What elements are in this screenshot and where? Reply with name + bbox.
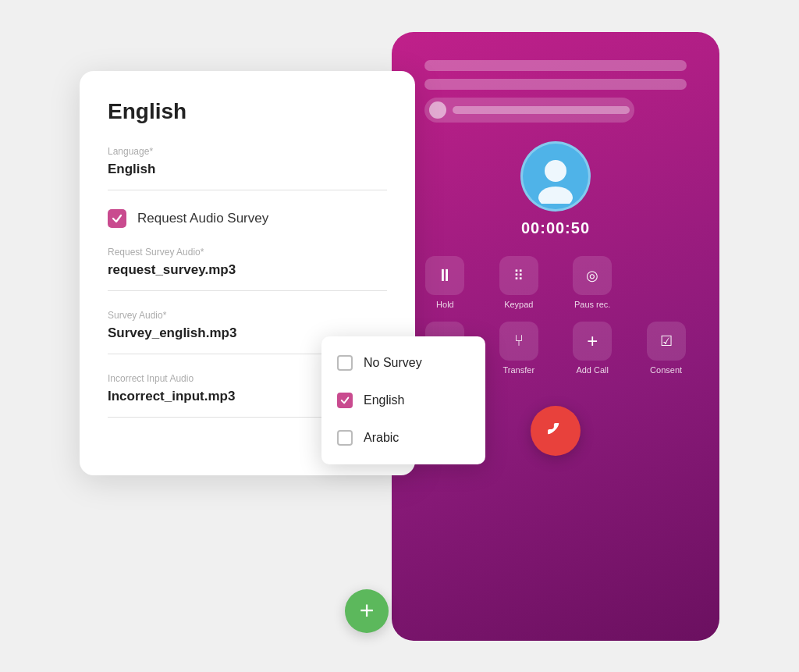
svg-point-1: [538, 187, 573, 204]
search-bar-1: [424, 60, 687, 71]
add-call-icon: +: [573, 322, 612, 361]
dropdown-item-english[interactable]: English: [321, 382, 485, 419]
call-timer: 00:00:50: [521, 219, 590, 237]
pause-rec-icon: ◎: [573, 256, 612, 295]
transfer-icon: ⑂: [499, 322, 538, 361]
request-audio-survey-label: Request Audio Survey: [137, 211, 268, 226]
language-label: Language*: [108, 146, 387, 157]
hold-button[interactable]: ⏸ Hold: [411, 256, 478, 309]
add-button[interactable]: +: [345, 589, 389, 633]
add-call-button[interactable]: + Add Call: [559, 322, 626, 375]
consent-icon: ☑: [647, 322, 686, 361]
keypad-button[interactable]: ⠿ Keypad: [485, 256, 552, 309]
svg-point-0: [545, 160, 566, 182]
request-audio-survey-row[interactable]: Request Audio Survey: [108, 209, 387, 228]
search-bars-area: [424, 60, 687, 123]
request-audio-survey-checkbox[interactable]: [108, 209, 126, 228]
keypad-icon: ⠿: [499, 256, 538, 295]
english-label: English: [364, 393, 404, 407]
contact-avatar: [520, 141, 591, 212]
hold-label: Hold: [436, 300, 454, 309]
call-buttons-row1: ⏸ Hold ⠿ Keypad ◎ Paus rec.: [411, 256, 700, 309]
survey-language-dropdown: No Survey English Arabic: [321, 336, 485, 464]
request-survey-value: request_survey.mp3: [108, 262, 387, 278]
search-bar-2: [424, 79, 687, 90]
card-title: English: [108, 99, 387, 124]
arabic-checkbox[interactable]: [337, 430, 353, 446]
consent-label: Consent: [650, 365, 682, 375]
english-checkbox[interactable]: [337, 393, 353, 408]
transfer-label: Transfer: [503, 365, 535, 375]
pause-rec-label: Paus rec.: [574, 300, 610, 309]
plus-icon: +: [360, 598, 375, 623]
toggle-line: [453, 106, 630, 114]
dropdown-item-arabic[interactable]: Arabic: [321, 419, 485, 457]
toggle-bar[interactable]: [424, 98, 634, 123]
request-survey-label: Request Survey Audio*: [108, 247, 387, 258]
toggle-knob: [429, 101, 446, 119]
pause-rec-button[interactable]: ◎ Paus rec.: [559, 256, 626, 309]
end-call-button[interactable]: [531, 406, 581, 456]
request-survey-field: Request Survey Audio* request_survey.mp3: [108, 247, 387, 291]
keypad-label: Keypad: [504, 300, 533, 309]
arabic-label: Arabic: [364, 431, 399, 445]
no-survey-label: No Survey: [364, 356, 422, 370]
survey-audio-label: Survey Audio*: [108, 310, 387, 321]
hold-icon: ⏸: [425, 256, 464, 295]
dropdown-item-no-survey[interactable]: No Survey: [321, 344, 485, 382]
end-call-icon: [545, 420, 566, 442]
no-survey-checkbox[interactable]: [337, 355, 353, 371]
transfer-button[interactable]: ⑂ Transfer: [485, 322, 552, 375]
language-field: Language* English: [108, 146, 387, 190]
add-call-label: Add Call: [576, 365, 609, 375]
language-value: English: [108, 162, 387, 177]
consent-button[interactable]: ☑ Consent: [632, 322, 699, 375]
